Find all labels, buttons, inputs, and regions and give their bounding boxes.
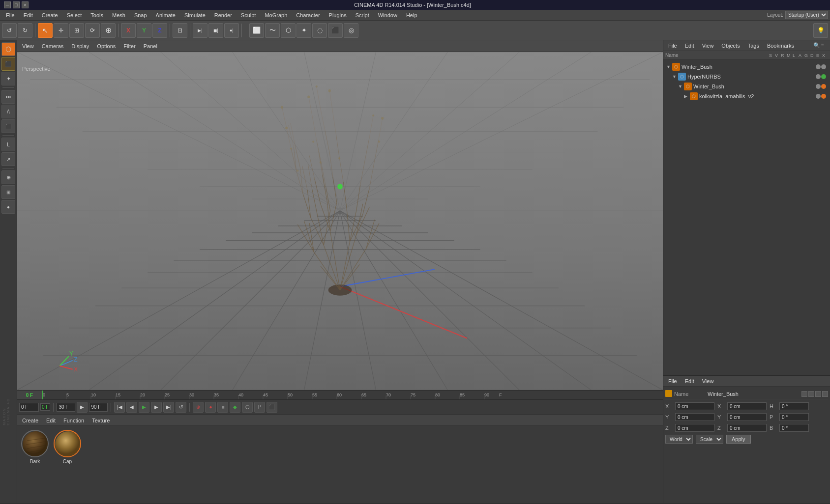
vp-menu-options[interactable]: Options — [94, 42, 119, 50]
me-menu-edit[interactable]: Edit — [43, 417, 59, 424]
apply-button[interactable]: Apply — [726, 435, 751, 444]
record-sel-button[interactable]: ● — [205, 402, 216, 413]
keyframe-button[interactable]: ▶| — [193, 23, 208, 38]
rp-menu-tags[interactable]: Tags — [745, 42, 762, 50]
layout-selector[interactable]: Startup (User) — [785, 11, 828, 19]
measure-tool[interactable]: ↗ — [1, 152, 15, 166]
coord-y-size[interactable] — [727, 413, 767, 421]
add-tool-button[interactable]: ⊕ — [101, 23, 116, 38]
search-icon[interactable]: 🔍 — [813, 42, 820, 49]
vp-menu-view[interactable]: View — [19, 42, 37, 50]
coord-y-pos[interactable] — [675, 413, 714, 421]
rotate-tool-button[interactable]: ⟳ — [85, 23, 100, 38]
me-menu-function[interactable]: Function — [60, 417, 87, 424]
rp-menu-view[interactable]: View — [699, 42, 717, 50]
auto-key-button[interactable]: ●| — [224, 23, 239, 38]
menu-render[interactable]: Render — [210, 11, 236, 19]
coord-h-rot[interactable] — [779, 402, 809, 410]
end-frame-input[interactable] — [89, 403, 108, 412]
menu-select[interactable]: Select — [63, 11, 86, 19]
redo-button[interactable]: ↻ — [18, 23, 32, 38]
light-tool[interactable]: ◎ — [344, 23, 358, 38]
vp-menu-filter[interactable]: Filter — [120, 42, 138, 50]
brush-tool[interactable]: ⊕ — [1, 170, 15, 184]
vp-menu-display[interactable]: Display — [68, 42, 92, 50]
goto-start-button[interactable]: |◀ — [114, 402, 125, 413]
menu-mograph[interactable]: MoGraph — [261, 11, 291, 19]
z-axis-button[interactable]: Z — [152, 23, 167, 38]
next-frame-button[interactable]: ▶ — [151, 402, 162, 413]
camera-tool[interactable]: ⬛ — [328, 23, 343, 38]
vis-dot-2[interactable] — [808, 391, 814, 397]
rpb-menu-edit[interactable]: Edit — [682, 377, 697, 385]
world-coord-button[interactable]: ⊡ — [173, 23, 187, 38]
material-cap[interactable]: Cap — [54, 430, 81, 499]
vis-dot-4[interactable] — [822, 391, 828, 397]
vis-dot-3[interactable] — [815, 391, 821, 397]
rpb-menu-view[interactable]: View — [699, 377, 717, 385]
mode-points[interactable]: ••• — [1, 90, 15, 104]
viewport[interactable]: View Cameras Display Options Filter Pane… — [17, 40, 663, 390]
loop-button[interactable]: ↺ — [176, 402, 186, 413]
menu-create[interactable]: Create — [38, 11, 62, 19]
light-icon[interactable]: 💡 — [813, 23, 828, 38]
cube-tool[interactable]: ⬜ — [249, 23, 264, 38]
mode-edges[interactable]: /\ — [1, 105, 15, 118]
vis-dot-1[interactable] — [801, 391, 807, 397]
x-axis-button[interactable]: X — [121, 23, 136, 38]
tree-row-kolkwitzia[interactable]: ▶ ⬡ kolkwitzia_amabilis_v2 — [665, 91, 828, 101]
cap-preview[interactable] — [54, 430, 81, 457]
mode-poly[interactable]: ⬛ — [1, 119, 15, 133]
snap-tool[interactable]: L — [1, 138, 15, 151]
record-all-button[interactable]: ⊕ — [193, 402, 204, 413]
menu-animate[interactable]: Animate — [152, 11, 179, 19]
record-button[interactable]: ◼| — [208, 23, 223, 38]
snap-key-button[interactable]: ⬛ — [267, 402, 277, 413]
select-tool-button[interactable]: ↖ — [38, 23, 53, 38]
coord-x-pos[interactable] — [675, 402, 714, 410]
bark-preview[interactable] — [21, 430, 49, 457]
mode-texture[interactable]: ⬛ — [1, 57, 15, 71]
nurbs-tool[interactable]: ⬡ — [281, 23, 296, 38]
keyframe-sel-button[interactable]: ◆ — [230, 402, 240, 413]
me-menu-create[interactable]: Create — [19, 417, 41, 424]
keyframe-mode-button[interactable]: ⬡ — [242, 402, 253, 413]
mode-model[interactable]: ⬡ — [1, 42, 15, 56]
start-frame-input[interactable] — [19, 403, 39, 412]
spline-tool[interactable]: 〜 — [265, 23, 280, 38]
menu-sculpt[interactable]: Sculpt — [237, 11, 260, 19]
coord-z-pos[interactable] — [675, 424, 714, 432]
y-axis-button[interactable]: Y — [137, 23, 151, 38]
menu-help[interactable]: Help — [402, 11, 421, 19]
window-controls-left[interactable]: ─ □ × — [4, 1, 29, 8]
menu-tools[interactable]: Tools — [87, 11, 107, 19]
sphere-tool[interactable]: ● — [1, 200, 15, 214]
coord-z-size[interactable] — [727, 424, 767, 432]
fps-input[interactable] — [57, 403, 75, 412]
scale-tool-button[interactable]: ⊞ — [69, 23, 84, 38]
maximize-button[interactable]: □ — [13, 1, 20, 8]
menu-script[interactable]: Script — [352, 11, 373, 19]
rp-menu-edit[interactable]: Edit — [682, 42, 697, 50]
play-button[interactable]: ▶ — [139, 402, 149, 413]
rp-menu-objects[interactable]: Objects — [718, 42, 742, 50]
rp-menu-file[interactable]: File — [665, 42, 680, 50]
me-menu-texture[interactable]: Texture — [89, 417, 113, 424]
menu-window[interactable]: Window — [374, 11, 401, 19]
filter-icon[interactable]: ≡ — [821, 42, 828, 49]
field-tool[interactable]: ◌ — [312, 23, 327, 38]
undo-button[interactable]: ↺ — [2, 23, 17, 38]
close-button[interactable]: × — [22, 1, 29, 8]
material-bark[interactable]: Bark — [21, 430, 49, 499]
coord-mode-dropdown[interactable]: Scale — [696, 435, 723, 444]
deform-tool[interactable]: ✦ — [296, 23, 311, 38]
menu-mesh[interactable]: Mesh — [108, 11, 129, 19]
menu-file[interactable]: File — [2, 11, 19, 19]
menu-snap[interactable]: Snap — [130, 11, 151, 19]
minimize-button[interactable]: ─ — [4, 1, 11, 8]
prev-frame-button[interactable]: ◀ — [126, 402, 137, 413]
mode-paint[interactable]: ✦ — [1, 72, 15, 85]
tree-row-winter-bush-child[interactable]: ▼ ⬡ Winter_Bush — [665, 82, 828, 91]
tree-row-hypernurbs[interactable]: ▼ ⬡ HyperNURBS — [665, 72, 828, 82]
vp-menu-panel[interactable]: Panel — [141, 42, 160, 50]
